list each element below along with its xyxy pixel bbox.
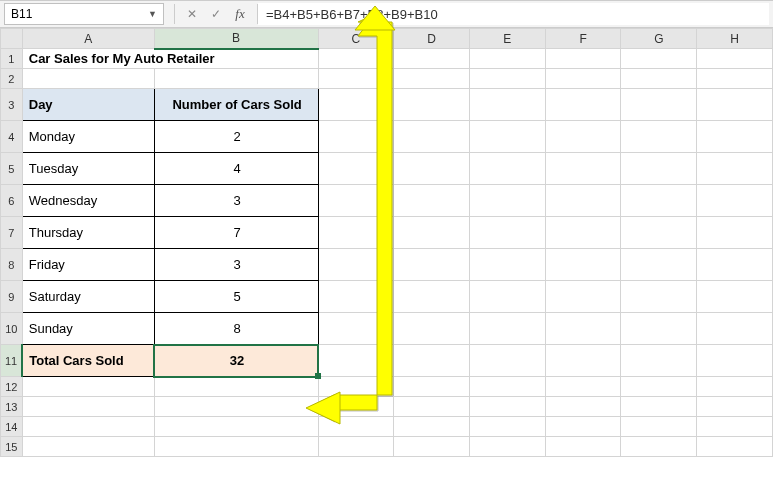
fx-icon[interactable]: fx <box>229 4 251 24</box>
cell-G14[interactable] <box>621 417 697 437</box>
row-head-12[interactable]: 12 <box>1 377 23 397</box>
cell-C11[interactable] <box>318 345 394 377</box>
accept-formula-icon[interactable]: ✓ <box>205 4 227 24</box>
cell-A13[interactable] <box>22 397 154 417</box>
row-head-11[interactable]: 11 <box>1 345 23 377</box>
cell-C5[interactable] <box>318 153 394 185</box>
col-head-G[interactable]: G <box>621 29 697 49</box>
cell-D6[interactable] <box>394 185 470 217</box>
cell-H2[interactable] <box>697 69 773 89</box>
cell-E13[interactable] <box>469 397 545 417</box>
cell-F12[interactable] <box>545 377 621 397</box>
cell-A4[interactable]: Monday <box>22 121 154 153</box>
spreadsheet-grid[interactable]: A B C D E F G H 1 Car Sales for My Auto … <box>0 28 773 457</box>
cell-B14[interactable] <box>154 417 318 437</box>
cell-F2[interactable] <box>545 69 621 89</box>
cell-F8[interactable] <box>545 249 621 281</box>
cell-A6[interactable]: Wednesday <box>22 185 154 217</box>
cell-E8[interactable] <box>469 249 545 281</box>
cell-H10[interactable] <box>697 313 773 345</box>
cell-G2[interactable] <box>621 69 697 89</box>
cell-C6[interactable] <box>318 185 394 217</box>
row-head-13[interactable]: 13 <box>1 397 23 417</box>
cell-E7[interactable] <box>469 217 545 249</box>
cell-E14[interactable] <box>469 417 545 437</box>
cell-B4[interactable]: 2 <box>154 121 318 153</box>
cell-C1[interactable] <box>318 49 394 69</box>
cell-F11[interactable] <box>545 345 621 377</box>
cell-H3[interactable] <box>697 89 773 121</box>
row-head-1[interactable]: 1 <box>1 49 23 69</box>
cell-D10[interactable] <box>394 313 470 345</box>
col-head-F[interactable]: F <box>545 29 621 49</box>
cell-D11[interactable] <box>394 345 470 377</box>
cell-G4[interactable] <box>621 121 697 153</box>
cell-D2[interactable] <box>394 69 470 89</box>
col-head-B[interactable]: B <box>154 29 318 49</box>
cell-C8[interactable] <box>318 249 394 281</box>
cell-E3[interactable] <box>469 89 545 121</box>
row-head-10[interactable]: 10 <box>1 313 23 345</box>
cell-H13[interactable] <box>697 397 773 417</box>
cell-F15[interactable] <box>545 437 621 457</box>
cell-B10[interactable]: 8 <box>154 313 318 345</box>
cell-A11[interactable]: Total Cars Sold <box>22 345 154 377</box>
cell-H11[interactable] <box>697 345 773 377</box>
cell-C7[interactable] <box>318 217 394 249</box>
cell-F14[interactable] <box>545 417 621 437</box>
cell-A9[interactable]: Saturday <box>22 281 154 313</box>
col-head-C[interactable]: C <box>318 29 394 49</box>
cell-A7[interactable]: Thursday <box>22 217 154 249</box>
cell-G15[interactable] <box>621 437 697 457</box>
cell-G13[interactable] <box>621 397 697 417</box>
cell-H9[interactable] <box>697 281 773 313</box>
cell-A14[interactable] <box>22 417 154 437</box>
cell-C3[interactable] <box>318 89 394 121</box>
cancel-formula-icon[interactable]: ✕ <box>181 4 203 24</box>
cell-A2[interactable] <box>22 69 154 89</box>
cell-F6[interactable] <box>545 185 621 217</box>
cell-B5[interactable]: 4 <box>154 153 318 185</box>
cell-E15[interactable] <box>469 437 545 457</box>
cell-E12[interactable] <box>469 377 545 397</box>
cell-C13[interactable] <box>318 397 394 417</box>
cell-C2[interactable] <box>318 69 394 89</box>
cell-A3[interactable]: Day <box>22 89 154 121</box>
cell-D9[interactable] <box>394 281 470 313</box>
cell-F3[interactable] <box>545 89 621 121</box>
cell-B13[interactable] <box>154 397 318 417</box>
cell-C4[interactable] <box>318 121 394 153</box>
cell-E11[interactable] <box>469 345 545 377</box>
col-head-E[interactable]: E <box>469 29 545 49</box>
row-head-8[interactable]: 8 <box>1 249 23 281</box>
cell-H12[interactable] <box>697 377 773 397</box>
col-head-D[interactable]: D <box>394 29 470 49</box>
row-head-3[interactable]: 3 <box>1 89 23 121</box>
col-head-H[interactable]: H <box>697 29 773 49</box>
cell-G10[interactable] <box>621 313 697 345</box>
cell-B15[interactable] <box>154 437 318 457</box>
cell-G5[interactable] <box>621 153 697 185</box>
cell-E2[interactable] <box>469 69 545 89</box>
cell-F13[interactable] <box>545 397 621 417</box>
cell-E6[interactable] <box>469 185 545 217</box>
cell-F9[interactable] <box>545 281 621 313</box>
cell-B2[interactable] <box>154 69 318 89</box>
cell-A8[interactable]: Friday <box>22 249 154 281</box>
cell-B8[interactable]: 3 <box>154 249 318 281</box>
cell-G8[interactable] <box>621 249 697 281</box>
cell-H8[interactable] <box>697 249 773 281</box>
cell-F7[interactable] <box>545 217 621 249</box>
cell-G1[interactable] <box>621 49 697 69</box>
cell-F5[interactable] <box>545 153 621 185</box>
cell-E5[interactable] <box>469 153 545 185</box>
select-all-corner[interactable] <box>1 29 23 49</box>
cell-F1[interactable] <box>545 49 621 69</box>
cell-G6[interactable] <box>621 185 697 217</box>
cell-F4[interactable] <box>545 121 621 153</box>
cell-D14[interactable] <box>394 417 470 437</box>
cell-D5[interactable] <box>394 153 470 185</box>
cell-H1[interactable] <box>697 49 773 69</box>
cell-G12[interactable] <box>621 377 697 397</box>
cell-H7[interactable] <box>697 217 773 249</box>
